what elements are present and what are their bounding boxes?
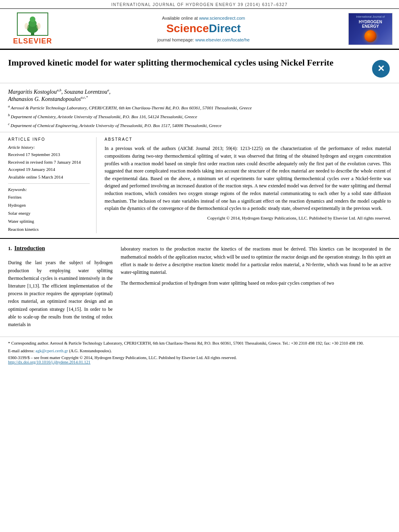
abstract-copyright: Copyright © 2014, Hydrogen Energy Public…	[105, 216, 391, 220]
keyword-4: Water splitting	[8, 218, 90, 226]
affil-marker-b: b	[8, 113, 11, 117]
page-footer: * Corresponding author. Aerosol & Partic…	[0, 337, 399, 367]
elsevier-label: ELSEVIER	[13, 37, 52, 45]
email-note: E-mail address: agk@cperi.certh.gr (A.G.…	[8, 348, 391, 354]
available-online-text: Available online at www.sciencedirect.co…	[59, 16, 348, 21]
sciencedirect-center: Available online at www.sciencedirect.co…	[59, 16, 348, 42]
affiliation-b: b Department of Chemistry, Aristotle Uni…	[8, 113, 391, 120]
affil-c-text: Department of Chemical Engineering, Aris…	[10, 123, 221, 128]
email-attribution: (A.G. Konstandopoulos).	[69, 349, 112, 353]
elsevier-logo: ELSEVIER	[6, 12, 59, 45]
intro-section-title: Introduction	[14, 245, 45, 252]
introduction-section: 1. Introduction During the last years th…	[0, 239, 399, 333]
journal-header-text: INTERNATIONAL JOURNAL OF HYDROGEN ENERGY…	[111, 2, 288, 7]
intro-left-column: 1. Introduction During the last years th…	[8, 245, 113, 329]
intro-right-paragraph: laboratory reactors to the production re…	[121, 245, 391, 287]
affil-marker-a: a	[8, 104, 11, 108]
affil-b-text: Department of Chemistry, Aristotle Unive…	[11, 114, 197, 119]
affil-a-text: Aerosol & Particle Technology Laboratory…	[11, 105, 252, 110]
cover-top-text: International Journal of	[354, 15, 386, 18]
journal-homepage-link[interactable]: www.elsevier.com/locate/he	[195, 37, 250, 42]
sciencedirect-logo: ScienceDirect	[59, 22, 348, 35]
cover-orb-graphic	[364, 30, 376, 42]
svg-point-5	[37, 23, 41, 29]
keyword-5: Reaction kinetics	[8, 226, 90, 234]
keyword-3: Solar energy	[8, 210, 90, 218]
authors-section: Margaritis Kostogloua,b, Souzana Lorentz…	[0, 83, 399, 132]
authors-line: Margaritis Kostogloua,b, Souzana Lorentz…	[8, 88, 391, 102]
abstract-header: ABSTRACT	[105, 137, 391, 142]
svg-point-4	[25, 23, 29, 29]
journal-cover: International Journal of HYDROGENENERGY	[348, 13, 393, 45]
keywords-label: Keywords:	[8, 187, 90, 192]
elsevier-tree-icon	[16, 12, 49, 36]
article-info-header: ARTICLE INFO	[8, 137, 90, 142]
intro-left-paragraph: During the last years the subject of hyd…	[8, 259, 113, 329]
author-2: Souzana Lorentzou	[64, 89, 107, 95]
article-info-abstract-section: ARTICLE INFO Article history: Received 1…	[0, 132, 399, 239]
author-1-sup: a,b	[57, 88, 61, 92]
abstract-column: ABSTRACT In a previous work of the autho…	[105, 137, 391, 233]
publisher-banner: ELSEVIER Available online at www.science…	[0, 9, 399, 50]
article-history-label: Article history:	[8, 145, 90, 150]
science-part: Science	[166, 22, 209, 35]
email-label: E-mail address:	[8, 349, 35, 353]
corresponding-note: * Corresponding author. Aerosol & Partic…	[8, 340, 391, 347]
author-3-sup: a,c,*	[81, 95, 88, 99]
sciencedirect-link[interactable]: www.sciencedirect.com	[199, 16, 245, 21]
email-link[interactable]: agk@cperi.certh.gr	[35, 349, 68, 353]
received-date: Received 17 September 2013	[8, 151, 90, 158]
svg-point-3	[30, 16, 35, 22]
article-title: Improved kinetic model for water splitti…	[8, 57, 363, 69]
keyword-2: Hydrogen	[8, 201, 90, 210]
journal-homepage-text: journal homepage: www.elsevier.com/locat…	[59, 37, 348, 42]
revised-date: Received in revised form 7 January 2014	[8, 159, 90, 166]
crossmark-logo[interactable]: ✕	[371, 59, 391, 79]
crossmark-cross-icon: ✕	[377, 64, 385, 74]
info-divider	[8, 183, 90, 184]
cover-title-text: HYDROGENENERGY	[359, 20, 382, 29]
article-title-section: Improved kinetic model for water splitti…	[0, 50, 399, 83]
keyword-1: Ferrites	[8, 193, 90, 201]
article-info-column: ARTICLE INFO Article history: Received 1…	[8, 137, 97, 233]
intro-right-column: laboratory reactors to the production re…	[121, 245, 391, 329]
affiliation-a: a Aerosol & Particle Technology Laborato…	[8, 104, 391, 111]
accepted-date: Accepted 19 January 2014	[8, 166, 90, 173]
abstract-text: In a previous work of the authors (AIChE…	[105, 145, 391, 212]
affiliation-c: c Department of Chemical Engineering, Ar…	[8, 121, 391, 129]
journal-header: INTERNATIONAL JOURNAL OF HYDROGEN ENERGY…	[0, 0, 399, 9]
intro-section-number: 1.	[8, 245, 12, 252]
footer-doi: http://dx.doi.org/10.1016/j.ijhydene.201…	[8, 360, 391, 364]
author-1: Margaritis Kostoglou	[8, 89, 57, 95]
doi-link[interactable]: http://dx.doi.org/10.1016/j.ijhydene.201…	[8, 360, 90, 364]
crossmark-circle: ✕	[372, 60, 390, 78]
direct-part: Direct	[209, 22, 241, 35]
author-3: Athanasios G. Konstandopoulos	[8, 96, 81, 102]
author-2-sup: a	[107, 88, 109, 92]
footer-copyright-text: 0360-3199/$ – see front matter Copyright…	[8, 355, 391, 360]
available-date: Available online 5 March 2014	[8, 174, 90, 181]
keywords-list: Ferrites Hydrogen Solar energy Water spl…	[8, 193, 90, 233]
